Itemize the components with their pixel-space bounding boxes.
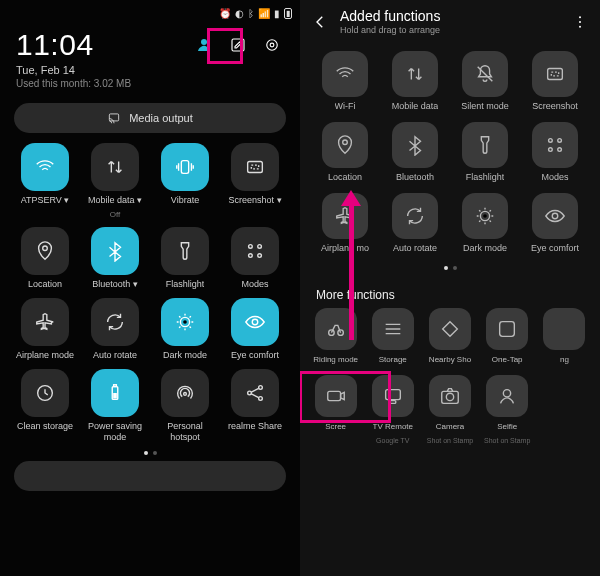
- tile-label: Screenshot ▾: [228, 195, 281, 206]
- battery-icon[interactable]: [91, 369, 139, 417]
- hotspot-icon[interactable]: [161, 369, 209, 417]
- silent-icon[interactable]: [462, 51, 508, 97]
- tile-label: Bluetooth ▾: [92, 279, 138, 290]
- tile-label: Silent mode: [461, 101, 509, 112]
- tile-vibrate[interactable]: Vibrate: [152, 143, 218, 219]
- tile-ride[interactable]: Riding mode: [308, 308, 363, 365]
- tile-screenrec[interactable]: Scree: [308, 375, 363, 445]
- edit-tiles-button[interactable]: [228, 35, 248, 55]
- tile-label: Camera: [436, 421, 464, 432]
- airplane-icon[interactable]: [21, 298, 69, 346]
- tile-eyecomfort[interactable]: Eye comfort: [522, 193, 588, 254]
- tile-battery[interactable]: Power saving mode: [82, 369, 148, 443]
- tile-data[interactable]: Mobile data ▾Off: [82, 143, 148, 219]
- eyecomfort-icon[interactable]: [231, 298, 279, 346]
- tile-label: Storage: [379, 354, 407, 365]
- tile-rotate[interactable]: Auto rotate: [82, 298, 148, 361]
- tile-storage[interactable]: Storage: [365, 308, 420, 365]
- tile-flashlight[interactable]: Flashlight: [152, 227, 218, 290]
- tile-airplane[interactable]: Airplane mo: [312, 193, 378, 254]
- storage-icon[interactable]: [372, 308, 414, 350]
- airplane-icon[interactable]: [322, 193, 368, 239]
- share-icon[interactable]: [231, 369, 279, 417]
- more-menu-button[interactable]: [570, 14, 590, 30]
- tile-label: ATPSERV ▾: [21, 195, 70, 206]
- tile-screenshot[interactable]: Screenshot: [522, 51, 588, 112]
- tile-bluetooth[interactable]: Bluetooth ▾: [82, 227, 148, 290]
- location-icon[interactable]: [322, 122, 368, 168]
- media-output-button[interactable]: Media output: [14, 103, 286, 133]
- svg-point-35: [579, 25, 581, 27]
- onetap-icon[interactable]: [486, 308, 528, 350]
- vibrate-icon[interactable]: [161, 143, 209, 191]
- tile-eyecomfort[interactable]: Eye comfort: [222, 298, 288, 361]
- bluetooth-icon[interactable]: [91, 227, 139, 275]
- camera-icon[interactable]: [429, 375, 471, 417]
- screenshot-icon[interactable]: [231, 143, 279, 191]
- clean-icon[interactable]: [21, 369, 69, 417]
- tile-darkmode[interactable]: Dark mode: [152, 298, 218, 361]
- tile-wifi[interactable]: Wi-Fi: [312, 51, 378, 112]
- ride-icon[interactable]: [315, 308, 357, 350]
- tile-selfie[interactable]: SelfieShot on Stamp: [480, 375, 535, 445]
- tile-label: Mobile data ▾: [88, 195, 142, 206]
- flashlight-icon[interactable]: [462, 122, 508, 168]
- rotate-icon[interactable]: [392, 193, 438, 239]
- edit-functions-panel: Added functions Hold and drag to arrange…: [300, 0, 600, 576]
- data-icon[interactable]: [91, 143, 139, 191]
- tile-label: Selfie: [497, 421, 517, 432]
- tile-bluetooth[interactable]: Bluetooth: [382, 122, 448, 183]
- tile-blank[interactable]: ng: [537, 308, 592, 365]
- tile-label: Modes: [541, 172, 568, 183]
- modes-icon[interactable]: [532, 122, 578, 168]
- remote-icon[interactable]: [372, 375, 414, 417]
- eyecomfort-icon[interactable]: [532, 193, 578, 239]
- tile-modes[interactable]: Modes: [522, 122, 588, 183]
- media-output-label: Media output: [129, 112, 193, 124]
- tile-data[interactable]: Mobile data: [382, 51, 448, 112]
- brightness-slider[interactable]: [14, 461, 286, 491]
- tile-modes[interactable]: Modes: [222, 227, 288, 290]
- rotate-icon[interactable]: [91, 298, 139, 346]
- tile-screenshot[interactable]: Screenshot ▾: [222, 143, 288, 219]
- wifi-icon[interactable]: [322, 51, 368, 97]
- tile-label: Dark mode: [463, 243, 507, 254]
- tile-label: Auto rotate: [393, 243, 437, 254]
- tile-share[interactable]: realme Share: [222, 369, 288, 443]
- tile-location[interactable]: Location: [12, 227, 78, 290]
- bluetooth-icon[interactable]: [392, 122, 438, 168]
- tile-nearby[interactable]: Nearby Sho: [422, 308, 477, 365]
- blank-icon[interactable]: [543, 308, 585, 350]
- screenshot-icon[interactable]: [532, 51, 578, 97]
- screenrec-icon[interactable]: [315, 375, 357, 417]
- tile-rotate[interactable]: Auto rotate: [382, 193, 448, 254]
- tile-clean[interactable]: Clean storage: [12, 369, 78, 443]
- flashlight-icon[interactable]: [161, 227, 209, 275]
- back-button[interactable]: [310, 12, 330, 32]
- tile-hotspot[interactable]: Personal hotspot: [152, 369, 218, 443]
- wifi-icon[interactable]: [21, 143, 69, 191]
- selfie-icon[interactable]: [486, 375, 528, 417]
- tile-silent[interactable]: Silent mode: [452, 51, 518, 112]
- tile-airplane[interactable]: Airplane mode: [12, 298, 78, 361]
- tile-remote[interactable]: TV RemoteGoogle TV: [365, 375, 420, 445]
- date-label: Tue, Feb 14: [16, 64, 286, 76]
- modes-icon[interactable]: [231, 227, 279, 275]
- tile-flashlight[interactable]: Flashlight: [452, 122, 518, 183]
- settings-gear-icon[interactable]: [262, 35, 282, 55]
- darkmode-icon[interactable]: [462, 193, 508, 239]
- tile-wifi[interactable]: ATPSERV ▾: [12, 143, 78, 219]
- tile-darkmode[interactable]: Dark mode: [452, 193, 518, 254]
- tile-label: Personal hotspot: [154, 421, 216, 443]
- location-icon[interactable]: [21, 227, 69, 275]
- darkmode-icon[interactable]: [161, 298, 209, 346]
- tile-onetap[interactable]: One-Tap: [480, 308, 535, 365]
- nearby-icon[interactable]: [429, 308, 471, 350]
- data-icon[interactable]: [392, 51, 438, 97]
- tile-camera[interactable]: CameraShot on Stamp: [422, 375, 477, 445]
- user-icon[interactable]: [194, 35, 214, 55]
- tile-label: realme Share: [228, 421, 282, 432]
- tile-location[interactable]: Location: [312, 122, 378, 183]
- svg-point-33: [579, 16, 581, 18]
- tile-label: ng: [560, 354, 569, 365]
